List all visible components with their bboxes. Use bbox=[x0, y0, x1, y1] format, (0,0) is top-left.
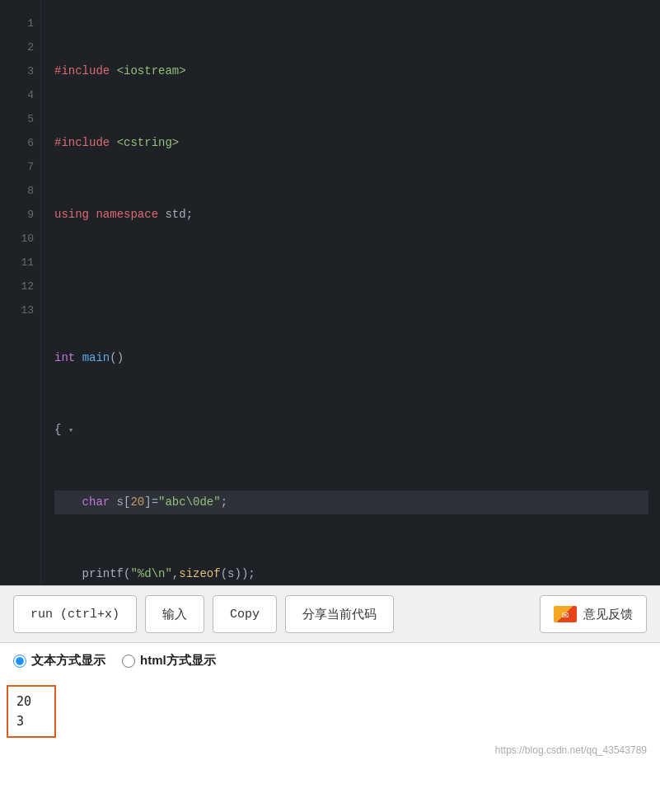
line-num-10: 10 bbox=[12, 227, 34, 251]
line-num-1: 1 bbox=[12, 12, 34, 35]
line-num-3: 3 bbox=[12, 59, 34, 83]
code-editor: 1 2 3 4 5 6 7 8 9 10 11 12 13 #include <… bbox=[0, 0, 660, 585]
html-display-option[interactable]: html方式显示 bbox=[122, 653, 216, 669]
html-display-label: html方式显示 bbox=[140, 653, 216, 669]
feedback-label: 意见反馈 bbox=[583, 607, 633, 622]
output-line-1: 20 bbox=[16, 692, 46, 711]
bottom-section: run (ctrl+x) 输入 Copy 分享当前代码 意见反馈 文本方式显示 … bbox=[0, 585, 660, 812]
code-line-4 bbox=[54, 275, 648, 298]
output-line-2: 3 bbox=[16, 711, 46, 731]
line-num-12: 12 bbox=[12, 275, 34, 298]
run-button[interactable]: run (ctrl+x) bbox=[13, 595, 137, 633]
code-line-7: char s[20]="abc\0de"; bbox=[54, 490, 648, 514]
display-options: 文本方式显示 html方式显示 bbox=[0, 643, 660, 678]
code-line-1: #include <iostream> bbox=[54, 59, 648, 83]
copy-button[interactable]: Copy bbox=[213, 595, 277, 633]
share-button[interactable]: 分享当前代码 bbox=[285, 595, 394, 633]
text-display-radio[interactable] bbox=[13, 655, 26, 668]
code-line-2: #include <cstring> bbox=[54, 131, 648, 155]
line-num-9: 9 bbox=[12, 203, 34, 227]
feedback-button[interactable]: 意见反馈 bbox=[540, 595, 647, 633]
line-num-11: 11 bbox=[12, 251, 34, 275]
feedback-icon bbox=[554, 606, 577, 622]
line-num-5: 5 bbox=[12, 107, 34, 131]
text-display-label: 文本方式显示 bbox=[31, 653, 105, 669]
line-numbers: 1 2 3 4 5 6 7 8 9 10 11 12 13 bbox=[0, 0, 41, 585]
line-num-6: 6 bbox=[12, 131, 34, 155]
output-area: 20 3 bbox=[0, 678, 660, 741]
output-box: 20 3 bbox=[7, 685, 56, 738]
text-display-option[interactable]: 文本方式显示 bbox=[13, 653, 105, 669]
watermark: https://blog.csdn.net/qq_43543789 bbox=[0, 741, 660, 759]
line-num-2: 2 bbox=[12, 35, 34, 59]
code-line-5: int main() bbox=[54, 346, 648, 370]
line-num-4: 4 bbox=[12, 83, 34, 107]
line-num-7: 7 bbox=[12, 155, 34, 179]
html-display-radio[interactable] bbox=[122, 655, 135, 668]
code-line-6: { ▾ bbox=[54, 418, 648, 443]
input-button[interactable]: 输入 bbox=[145, 595, 204, 633]
toolbar: run (ctrl+x) 输入 Copy 分享当前代码 意见反馈 bbox=[0, 585, 660, 643]
code-line-3: using namespace std; bbox=[54, 203, 648, 227]
code-line-8: printf("%d\n",sizeof(s)); bbox=[54, 562, 648, 585]
line-num-13: 13 bbox=[12, 298, 34, 322]
line-num-8: 8 bbox=[12, 179, 34, 203]
code-content: #include <iostream> #include <cstring> u… bbox=[41, 0, 660, 585]
